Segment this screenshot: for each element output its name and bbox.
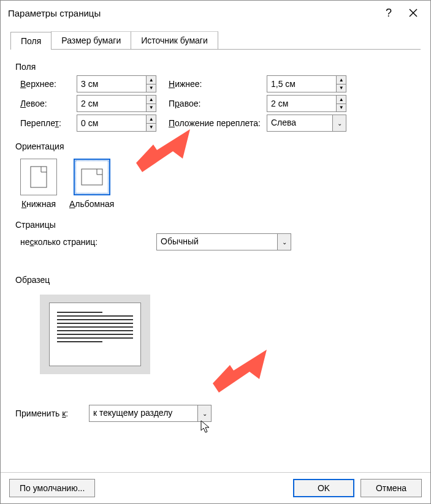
help-button[interactable]: ? (376, 1, 401, 25)
tab-bar: Поля Размер бумаги Источник бумаги (10, 31, 421, 50)
input-left-field[interactable] (77, 96, 146, 111)
select-gutter-pos-value: Слева (267, 115, 332, 131)
footer: По умолчанию... OK Отмена (1, 472, 430, 503)
tab-margins[interactable]: Поля (10, 32, 51, 50)
svg-rect-3 (82, 169, 102, 185)
orientation-portrait-label: Книжная (21, 199, 56, 209)
label-top: Верхнее: (15, 79, 77, 89)
preview-page-icon (49, 303, 141, 366)
portrait-icon (20, 159, 57, 195)
tab-paper-size[interactable]: Размер бумаги (51, 31, 131, 49)
spin-down-icon[interactable]: ▼ (337, 104, 346, 112)
group-margins: Поля (15, 62, 416, 72)
chevron-down-icon: ⌄ (277, 234, 291, 250)
landscape-icon (74, 159, 110, 195)
content: Поля Размер бумаги Источник бумаги Поля … (1, 25, 430, 472)
tab-paper-source[interactable]: Источник бумаги (131, 31, 218, 49)
titlebar: Параметры страницы ? (1, 1, 430, 25)
ok-button[interactable]: OK (293, 479, 354, 497)
label-gutter-pos: Положение переплета: (156, 118, 267, 128)
select-apply-to-value: к текущему разделу (90, 405, 197, 421)
page-setup-dialog: Параметры страницы ? Поля Размер бумаги … (0, 0, 431, 504)
orientation-landscape[interactable]: Альбомная (69, 159, 114, 209)
default-button[interactable]: По умолчанию... (9, 479, 95, 497)
input-top[interactable]: ▲▼ (77, 75, 156, 92)
spin-down-icon[interactable]: ▼ (337, 85, 346, 92)
input-bottom-field[interactable] (267, 76, 336, 92)
chevron-down-icon: ⌄ (197, 405, 211, 421)
select-apply-to[interactable]: к текущему разделу ⌄ (89, 405, 212, 422)
chevron-down-icon: ⌄ (332, 115, 346, 131)
group-orientation: Ориентация (15, 141, 416, 151)
select-multiple-pages-value: Обычный (157, 234, 277, 250)
group-preview: Образец (15, 275, 416, 285)
preview-box (40, 295, 150, 374)
input-right[interactable]: ▲▼ (267, 95, 346, 112)
panel-margins: Поля Верхнее: ▲▼ Нижнее: ▲▼ Левое: ▲▼ (10, 50, 421, 472)
group-pages: Страницы (15, 220, 416, 230)
input-left[interactable]: ▲▼ (77, 95, 156, 112)
label-left: Левое: (15, 99, 77, 108)
label-gutter: Переплет: (15, 118, 77, 128)
label-apply-to: Применить к: (15, 408, 89, 418)
spin-down-icon[interactable]: ▼ (147, 104, 156, 112)
dialog-title: Параметры страницы (8, 8, 376, 18)
orientation-portrait[interactable]: Книжная (20, 159, 57, 209)
spin-up-icon[interactable]: ▲ (147, 115, 156, 124)
close-icon (409, 9, 418, 17)
cancel-button[interactable]: Отмена (360, 479, 422, 497)
label-right: Правое: (156, 99, 267, 108)
orientation-landscape-label: Альбомная (69, 199, 114, 209)
label-bottom: Нижнее: (156, 79, 267, 89)
spin-down-icon[interactable]: ▼ (147, 85, 156, 92)
svg-marker-6 (201, 421, 209, 432)
spin-up-icon[interactable]: ▲ (147, 76, 156, 85)
spin-down-icon[interactable]: ▼ (147, 124, 156, 132)
input-gutter[interactable]: ▲▼ (77, 115, 156, 132)
input-top-field[interactable] (77, 76, 146, 92)
select-multiple-pages[interactable]: Обычный ⌄ (156, 233, 291, 250)
spin-up-icon[interactable]: ▲ (337, 96, 346, 104)
label-multiple-pages: несколько страниц: (15, 237, 156, 247)
spin-up-icon[interactable]: ▲ (147, 96, 156, 104)
close-button[interactable] (401, 1, 425, 25)
input-gutter-field[interactable] (77, 115, 146, 131)
input-bottom[interactable]: ▲▼ (267, 75, 346, 92)
cursor-icon (200, 420, 212, 437)
spin-up-icon[interactable]: ▲ (337, 76, 346, 85)
input-right-field[interactable] (267, 96, 336, 111)
svg-rect-2 (31, 167, 47, 187)
select-gutter-pos[interactable]: Слева ⌄ (267, 115, 346, 132)
